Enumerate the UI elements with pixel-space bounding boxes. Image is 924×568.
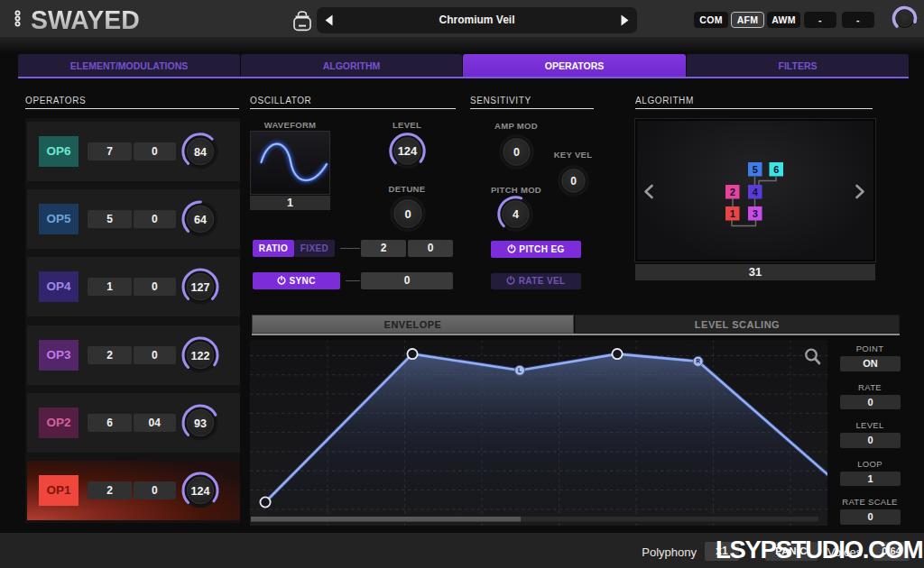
svg-text:4: 4 xyxy=(513,208,519,221)
svg-text:3: 3 xyxy=(753,208,758,219)
svg-text:127: 127 xyxy=(190,281,209,294)
svg-text:122: 122 xyxy=(190,349,209,362)
svg-text:0: 0 xyxy=(513,146,520,159)
svg-text:5: 5 xyxy=(753,164,758,175)
svg-text:124: 124 xyxy=(397,144,417,158)
svg-text:1: 1 xyxy=(730,208,735,219)
svg-text:64: 64 xyxy=(194,214,207,226)
svg-text:124: 124 xyxy=(190,485,209,498)
svg-text:93: 93 xyxy=(194,417,207,429)
svg-text:R: R xyxy=(696,358,700,364)
svg-text:6: 6 xyxy=(773,164,779,175)
svg-text:2: 2 xyxy=(730,187,735,197)
svg-text:4: 4 xyxy=(753,187,759,197)
svg-text:0: 0 xyxy=(404,206,411,220)
svg-text:0: 0 xyxy=(570,175,577,188)
svg-text:L: L xyxy=(518,367,522,373)
svg-text:84: 84 xyxy=(194,146,207,159)
